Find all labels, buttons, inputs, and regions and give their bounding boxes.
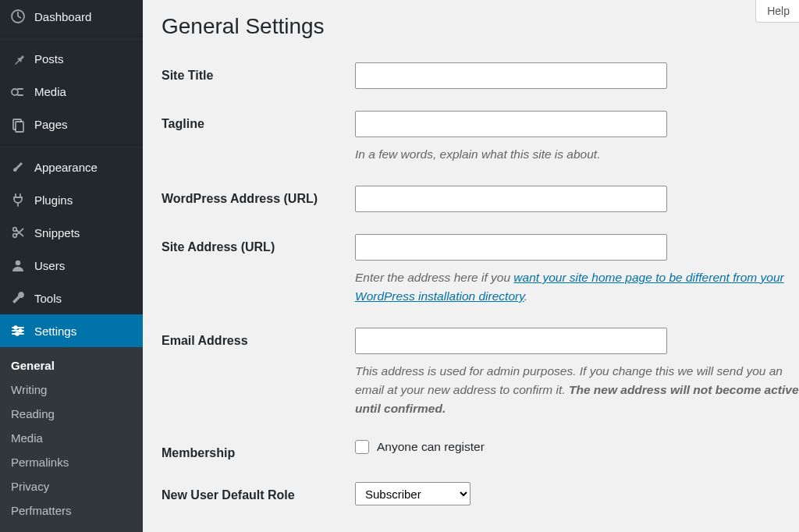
submenu-item-general[interactable]: General (0, 353, 143, 378)
checkbox-anyone-can-register-wrapper[interactable]: Anyone can register (355, 440, 799, 454)
sidebar-item-dashboard[interactable]: Dashboard (0, 0, 143, 33)
sidebar-item-media[interactable]: Media (0, 76, 143, 108)
sidebar-label: Settings (34, 325, 76, 338)
page-title: General Settings (162, 14, 799, 39)
row-email: Email Address This address is used for a… (162, 328, 799, 418)
label-tagline: Tagline (162, 111, 355, 131)
sidebar-separator (0, 144, 143, 148)
user-icon (9, 257, 27, 274)
svg-point-6 (16, 261, 21, 266)
sidebar-label: Plugins (34, 193, 73, 207)
row-default-role: New User Default Role Subscriber (162, 482, 799, 505)
row-wp-url: WordPress Address (URL) (162, 186, 799, 212)
pages-icon (9, 116, 27, 133)
scissors-icon (9, 224, 27, 241)
label-membership: Membership (162, 440, 355, 460)
settings-page: Help General Settings Site Title Tagline… (143, 0, 799, 532)
sidebar-label: Appearance (34, 161, 98, 174)
row-site-url: Site Address (URL) Enter the address her… (162, 234, 799, 306)
submenu-item-privacy[interactable]: Privacy (0, 474, 143, 498)
sliders-icon (9, 322, 27, 339)
sidebar-label: Tools (34, 292, 62, 305)
row-site-title: Site Title (162, 62, 799, 89)
input-site-url[interactable] (355, 234, 667, 261)
settings-form: Site Title Tagline In a few words, expla… (162, 62, 799, 505)
brush-icon (9, 158, 27, 176)
label-default-role: New User Default Role (162, 482, 355, 502)
admin-sidebar: Dashboard Posts Media Pages (0, 0, 143, 532)
sidebar-item-tools[interactable]: Tools (0, 282, 143, 314)
select-default-role[interactable]: Subscriber (355, 482, 471, 505)
submenu-item-reading[interactable]: Reading (0, 402, 143, 426)
label-site-title: Site Title (162, 62, 355, 83)
submenu-item-perfmatters[interactable]: Perfmatters (0, 498, 143, 523)
input-wp-url[interactable] (355, 186, 667, 212)
label-email: Email Address (162, 328, 355, 348)
sidebar-separator (0, 36, 143, 40)
input-email[interactable] (355, 328, 667, 354)
desc-email: This address is used for admin purposes.… (355, 362, 799, 418)
sidebar-label: Dashboard (34, 10, 91, 23)
svg-point-9 (16, 332, 19, 335)
row-tagline: Tagline In a few words, explain what thi… (162, 111, 799, 164)
sidebar-item-users[interactable]: Users (0, 249, 143, 282)
plug-icon (9, 191, 27, 208)
submenu-item-writing[interactable]: Writing (0, 378, 143, 402)
sidebar-item-posts[interactable]: Posts (0, 43, 143, 76)
wrench-icon (9, 289, 27, 307)
row-membership: Membership Anyone can register (162, 440, 799, 460)
checkbox-label: Anyone can register (377, 440, 485, 454)
desc-site-url: Enter the address here if you want your … (355, 268, 799, 306)
sidebar-label: Snippets (34, 226, 80, 239)
input-site-title[interactable] (355, 62, 667, 89)
sidebar-item-pages[interactable]: Pages (0, 108, 143, 141)
sidebar-label: Users (34, 259, 65, 272)
input-tagline[interactable] (355, 111, 667, 137)
sidebar-label: Pages (34, 118, 68, 131)
sidebar-item-snippets[interactable]: Snippets (0, 216, 143, 249)
sidebar-item-plugins[interactable]: Plugins (0, 183, 143, 216)
submenu-item-media[interactable]: Media (0, 426, 143, 450)
label-wp-url: WordPress Address (URL) (162, 186, 355, 206)
svg-rect-3 (16, 122, 23, 132)
desc-tagline: In a few words, explain what this site i… (355, 145, 799, 164)
sidebar-item-settings[interactable]: Settings (0, 314, 143, 347)
submenu-item-permalinks[interactable]: Permalinks (0, 450, 143, 474)
sidebar-label: Media (34, 85, 66, 98)
sidebar-label: Posts (34, 52, 64, 66)
settings-submenu: General Writing Reading Media Permalinks… (0, 347, 143, 532)
dashboard-icon (9, 8, 27, 25)
pin-icon (9, 51, 27, 68)
sidebar-item-appearance[interactable]: Appearance (0, 151, 143, 183)
help-button[interactable]: Help (755, 0, 799, 23)
svg-point-1 (12, 89, 18, 95)
media-icon (9, 83, 27, 101)
svg-point-7 (14, 326, 17, 329)
label-site-url: Site Address (URL) (162, 234, 355, 254)
svg-point-8 (19, 329, 22, 332)
checkbox-anyone-can-register[interactable] (355, 440, 369, 454)
